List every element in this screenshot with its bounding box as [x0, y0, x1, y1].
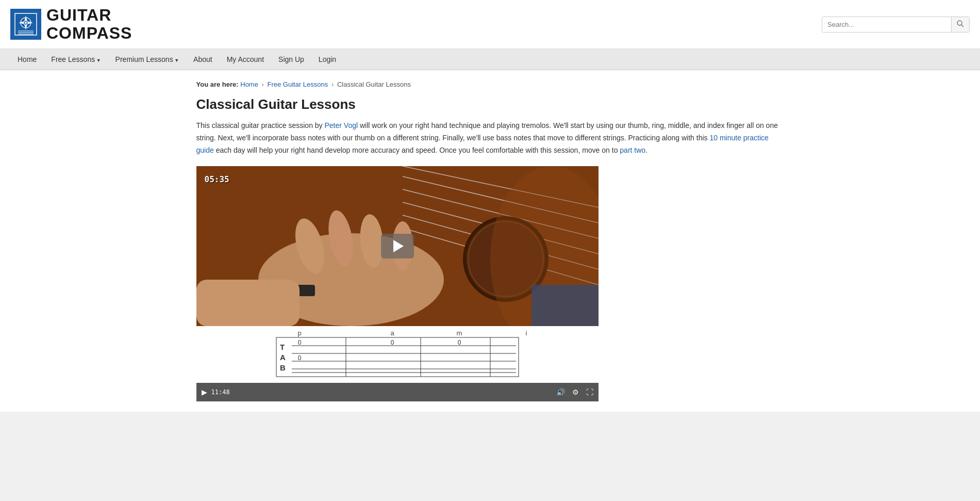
svg-line-12	[961, 25, 964, 27]
video-container: 05:35 p a m i T A B	[196, 166, 599, 401]
search-icon	[957, 20, 964, 27]
svg-text:i: i	[525, 329, 527, 337]
breadcrumb-home[interactable]: Home	[240, 80, 258, 88]
breadcrumb-free-lessons[interactable]: Free Guitar Lessons	[268, 80, 328, 88]
page-title: Classical Guitar Lessons	[196, 96, 784, 112]
svg-text:0: 0	[390, 339, 394, 346]
breadcrumb: You are here: Home › Free Guitar Lessons…	[196, 80, 784, 88]
logo-text: GUITAR COMPASS	[46, 6, 132, 42]
logo-area: GUITAR COMPASS	[10, 6, 132, 42]
svg-point-11	[957, 21, 962, 25]
svg-text:p: p	[297, 329, 301, 337]
controls-time: 11:48	[211, 389, 230, 396]
svg-rect-36	[276, 337, 519, 377]
nav-item-free-lessons[interactable]: Free Lessons	[44, 49, 108, 70]
svg-rect-23	[531, 285, 599, 326]
tab-notation-svg: p a m i T A B	[196, 326, 599, 383]
svg-point-7	[25, 22, 27, 24]
breadcrumb-sep2: ›	[331, 80, 336, 88]
controls-play-button[interactable]: ▶	[202, 388, 207, 396]
play-button[interactable]	[381, 234, 414, 258]
svg-text:A: A	[280, 353, 286, 362]
search-button[interactable]	[951, 17, 969, 32]
controls-settings-icon[interactable]: ⚙	[572, 388, 579, 396]
svg-text:a: a	[390, 329, 394, 337]
content-area: You are here: Home › Free Guitar Lessons…	[181, 70, 800, 411]
nav-item-my-account[interactable]: My Account	[220, 49, 271, 70]
controls-volume-icon[interactable]: 🔊	[556, 388, 565, 396]
desc-part3: each day will help your right hand devel…	[214, 146, 620, 154]
nav-bar: HomeFree LessonsPremium LessonsAboutMy A…	[0, 49, 980, 70]
video-timestamp: 05:35	[205, 174, 229, 184]
logo-icon	[10, 9, 41, 40]
svg-text:m: m	[456, 329, 462, 337]
svg-rect-30	[196, 280, 300, 326]
part-two-link[interactable]: part two	[620, 146, 645, 154]
breadcrumb-current: Classical Guitar Lessons	[337, 80, 411, 88]
logo-line1: GUITAR	[46, 6, 111, 24]
svg-text:B: B	[280, 363, 286, 372]
search-area	[822, 17, 970, 33]
logo-line2: COMPASS	[46, 24, 132, 42]
description: This classical guitar practice session b…	[196, 120, 784, 156]
svg-text:0: 0	[297, 339, 301, 346]
svg-text:0: 0	[297, 354, 301, 362]
search-input[interactable]	[822, 18, 951, 31]
breadcrumb-sep1: ›	[262, 80, 266, 88]
nav-item-about[interactable]: About	[186, 49, 220, 70]
nav-item-home[interactable]: Home	[10, 49, 44, 70]
svg-text:0: 0	[457, 339, 461, 346]
author-link[interactable]: Peter Vogl	[325, 121, 358, 130]
nav-item-premium-lessons[interactable]: Premium Lessons	[108, 49, 186, 70]
header: GUITAR COMPASS	[0, 0, 980, 49]
video-thumbnail[interactable]: 05:35	[196, 166, 599, 326]
video-controls: ▶ 11:48 🔊 ⚙ ⛶	[196, 383, 599, 401]
desc-part1: This classical guitar practice session b…	[196, 121, 325, 130]
nav-item-sign-up[interactable]: Sign Up	[271, 49, 311, 70]
desc-end: .	[645, 146, 647, 154]
svg-text:T: T	[280, 343, 285, 351]
breadcrumb-label: You are here:	[196, 80, 239, 88]
svg-rect-0	[13, 11, 39, 37]
nav-item-login[interactable]: Login	[311, 49, 343, 70]
controls-fullscreen-icon[interactable]: ⛶	[586, 388, 593, 396]
